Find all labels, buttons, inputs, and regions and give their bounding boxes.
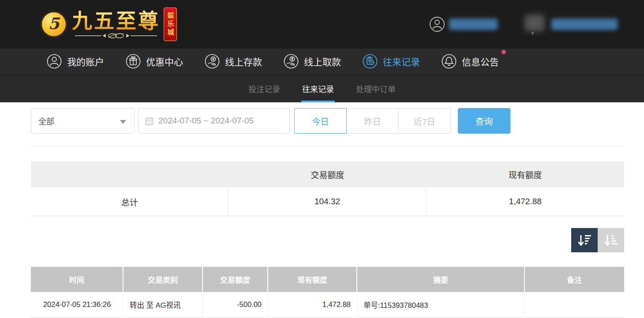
filter-row: 全部 2024-07-05 ~ 2024-07-05 今日 昨日 近7日 [31,108,624,134]
col-remark: 备注 [525,267,624,292]
quick-range-group: 今日 昨日 近7日 [294,108,451,134]
summary-table: 交易额度 现有额度 总计 104.32 1,472.88 [31,161,624,216]
deposit-icon [204,53,220,69]
username-redacted [449,19,498,30]
quick-btn-yesterday[interactable]: 昨日 [346,108,399,134]
avatar[interactable]: ▾ [525,15,545,34]
col-balance: 现有额度 [268,267,357,292]
summary-transaction-amount: 104.32 [228,187,426,216]
type-select[interactable]: 全部 [31,108,135,134]
gift-icon [125,53,141,69]
cell-balance: 1,472.88 [268,292,357,317]
avatar-blurred [525,15,544,31]
content: 全部 2024-07-05 ~ 2024-07-05 今日 昨日 近7日 [0,102,644,318]
nav-item-withdraw[interactable]: 线上取款 [283,53,341,69]
col-amount: 交易额度 [203,267,268,292]
summary-header-empty [31,161,228,187]
calendar-icon [145,116,154,126]
date-range-input[interactable]: 2024-07-05 ~ 2024-07-05 [138,108,290,134]
nav-item-account[interactable]: 我的账户 [46,53,104,69]
account-icon [46,53,62,69]
logo-text-wrap: 九五至尊 [72,10,160,39]
record-tabs: 投注记录 往来记录 处理中订单 [0,75,644,102]
nav-label: 往来记录 [383,55,420,68]
sort-controls [31,228,624,252]
records-table: 时间 交易类别 交易额度 现有额度 摘要 备注 2024-07-05 21:36… [31,267,624,318]
main-nav: 我的账户 优惠中心 线上存款 [0,49,644,75]
divider [31,146,624,146]
bell-icon [441,53,457,69]
logo-95-icon: 5 [42,12,66,36]
col-type: 交易类别 [124,267,203,292]
cell-time: 2024-07-05 21:36:26 [31,292,124,317]
notification-dot [502,50,506,54]
search-button[interactable]: 查询 [458,108,510,134]
tab-bet-records[interactable]: 投注记录 [247,75,281,102]
table-row: 2024-07-05 21:36:26 转出 至 AG视讯 -500.00 1,… [31,292,624,318]
cell-amount: -500.00 [203,292,268,317]
nav-label: 线上取款 [304,55,341,68]
nav-label: 我的账户 [67,55,104,68]
summary-current-balance: 1,472.88 [427,187,624,216]
quick-btn-last7days[interactable]: 近7日 [398,108,451,134]
type-select-value: 全部 [38,115,54,127]
logo-title: 九五至尊 [72,10,160,32]
records-icon [362,53,378,69]
quick-btn-today[interactable]: 今日 [294,108,347,134]
sort-descending-button[interactable] [571,228,598,252]
sort-ascending-button[interactable] [598,228,624,252]
nav-label: 信息公告 [462,55,499,68]
cell-type: 转出 至 AG视讯 [124,292,203,317]
tab-pending-orders[interactable]: 处理中订单 [355,75,397,102]
site-logo[interactable]: 5 九五至尊 娱乐城 [42,7,177,41]
sort-descending-icon [577,233,592,248]
user-area: ▾ [429,15,618,34]
nav-item-promotions[interactable]: 优惠中心 [125,53,183,69]
nav-label: 线上存款 [225,55,262,68]
logo-number: 5 [48,14,59,33]
user-circle-icon[interactable] [429,16,445,32]
date-range-value: 2024-07-05 ~ 2024-07-05 [158,116,254,126]
withdraw-icon [283,53,299,69]
cell-remark [525,292,624,317]
nav-item-deposit[interactable]: 线上存款 [204,53,262,69]
summary-total-row: 总计 104.32 1,472.88 [31,187,624,216]
summary-header-current-balance: 现有额度 [427,161,624,187]
records-table-header: 时间 交易类别 交易额度 现有额度 摘要 备注 [31,267,624,292]
nav-item-records[interactable]: 往来记录 [362,53,420,69]
balance-redacted [551,19,618,30]
cell-summary: 单号:115393780483 [357,292,525,317]
summary-table-header: 交易额度 现有额度 [31,161,624,187]
sort-ascending-icon [603,233,619,248]
col-time: 时间 [31,267,124,292]
chevron-down-icon: ▾ [531,30,534,37]
select-caret-icon [120,120,126,124]
summary-total-label: 总计 [31,187,228,216]
col-summary: 摘要 [357,267,525,292]
logo-badge: 娱乐城 [164,7,177,41]
logo-flourish-icon [74,33,158,39]
summary-header-transaction-amount: 交易额度 [228,161,426,187]
nav-item-announcements[interactable]: 信息公告 [441,53,499,69]
top-header: 5 九五至尊 娱乐城 ▾ [0,0,644,49]
tab-transaction-records[interactable]: 往来记录 [301,75,335,102]
nav-label: 优惠中心 [146,55,183,68]
